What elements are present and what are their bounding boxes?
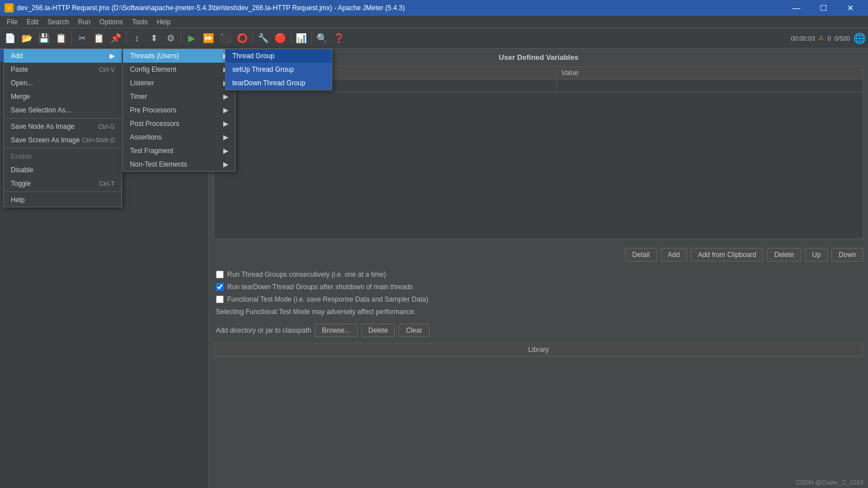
title-bar-left: ⚡ dev_266.la-HTTP Request.jmx (D:\Softwa… [5,3,405,12]
setup-thread-group-item[interactable]: setUp Thread Group [225,63,332,76]
ctx-save-screen[interactable]: Save Screen As Image Ctrl+Shift-G [4,133,121,147]
ctx-enable: Enable [4,150,121,163]
minimize-button[interactable]: — [783,0,809,16]
template-button[interactable]: 📊 [293,30,309,46]
ctx-disable[interactable]: Disable [4,163,121,177]
submenu-add: Threads (Users) ▶ Config Element ▶ Liste… [123,49,236,172]
remote-start-button[interactable]: 🔧 [255,30,271,46]
search-button[interactable]: 🔍 [314,30,330,46]
add-button[interactable]: Add [661,248,687,262]
remote-stop-button[interactable]: 🛑 [272,30,288,46]
shutdown-button[interactable]: ⭕ [235,30,250,46]
submenu-config-element[interactable]: Config Element ▶ [123,63,235,76]
start-button[interactable]: ▶ [184,30,199,46]
ctx-toggle[interactable]: Toggle Ctrl-T [4,177,121,190]
up-button[interactable]: Up [805,248,828,262]
ctx-paste-label: Paste [11,66,28,73]
close-button[interactable]: ✕ [837,0,863,16]
checkbox-functional-input[interactable] [216,295,224,303]
ctx-save-node[interactable]: Save Node As Image Ctrl-G [4,120,121,133]
table-cell-value [557,80,863,92]
app-icon: ⚡ [5,3,14,12]
clear-button[interactable]: Clear [398,324,429,337]
thread-group-item[interactable]: Thread Group [225,49,332,63]
watermark: CSDN @Coder_C_1024 [796,479,863,486]
checkbox-teardown-label: Run tearDown Thread Groups after shutdow… [227,283,413,291]
submenu-assertions[interactable]: Assertions ▶ [123,130,235,144]
maximize-button[interactable]: ☐ [810,0,836,16]
ctx-save-selection[interactable]: Save Selection As... [4,103,121,117]
add-from-clipboard-button[interactable]: Add from Clipboard [691,248,763,262]
browse-button[interactable]: Browse... [315,324,358,337]
ctx-paste-shortcut: Ctrl-V [99,66,115,73]
checkbox-consecutive: Run Thread Groups consecutively (i.e. on… [216,271,861,278]
ctx-merge-label: Merge [11,93,30,101]
ctx-paste[interactable]: Paste Ctrl-V [4,63,121,76]
start-no-pause-button[interactable]: ⏩ [201,30,216,46]
checkbox-functional-label: Functional Test Mode (i.e. save Response… [227,295,428,303]
toolbar-right: 00:00:03 ⚠ 0 0/500 🌐 [791,32,866,45]
submenu-threads-item[interactable]: Threads (Users) ▶ [123,49,235,63]
content-panel: User Defined Variables Name: Value [209,49,868,488]
window-title: dev_266.la-HTTP Request.jmx (D:\Software… [17,4,405,12]
ctx-open[interactable]: Open... [4,76,121,90]
stop-button[interactable]: ⬛ [218,30,233,46]
context-menu: Add ▶ Paste Ctrl-V Open... Merge Save Se… [3,49,122,207]
thread-group-label: Thread Group [232,52,275,60]
checkbox-teardown-input[interactable] [216,283,224,291]
down-button[interactable]: Down [831,248,863,262]
submenu-test-fragment[interactable]: Test Fragment ▶ [123,144,235,158]
ctx-open-label: Open... [11,79,33,87]
help-button[interactable]: ❓ [331,30,347,46]
detail-button[interactable]: Detail [625,248,657,262]
submenu-post-processors[interactable]: Post Processors ▶ [123,117,235,130]
warning-count: 0 [827,35,831,42]
checkbox-consecutive-input[interactable] [216,271,224,278]
open-button[interactable]: 📂 [19,30,35,46]
menu-bar: File Edit Search Run Options Tools Help [0,16,868,28]
window-controls: — ☐ ✕ [783,0,863,16]
menu-help[interactable]: Help [152,17,175,27]
cut-button[interactable]: ✂ [74,30,90,46]
settings-button[interactable]: ⚙ [163,30,179,46]
toolbar-sep-3 [181,32,181,45]
menu-run[interactable]: Run [73,17,95,27]
submenu-listener[interactable]: Listener ▶ [123,76,235,90]
save-as-button[interactable]: 📋 [53,30,69,46]
save-button[interactable]: 💾 [36,30,52,46]
menu-options[interactable]: Options [95,17,127,27]
ctx-add[interactable]: Add ▶ [4,49,121,63]
expand-button[interactable]: ↕ [129,30,145,46]
copy-button[interactable]: 📋 [91,30,107,46]
submenu-test-fragment-label: Test Fragment [130,147,173,155]
ctx-add-label: Add [11,52,23,60]
ctx-save-selection-label: Save Selection As... [11,106,71,114]
table-empty-area [214,92,863,239]
submenu-assertions-label: Assertions [130,133,162,141]
submenu-pre-processors[interactable]: Pre Processors ▶ [123,103,235,117]
warning-icon: ⚠ [818,34,824,42]
submenu-non-test[interactable]: Non-Test Elements ▶ [123,158,235,171]
submenu-thread-types: Thread Group setUp Thread Group tearDown… [225,49,332,90]
submenu-timer[interactable]: Timer ▶ [123,90,235,103]
menu-edit[interactable]: Edit [22,17,43,27]
toolbar-sep-1 [71,32,72,45]
submenu-non-test-arrow: ▶ [223,160,228,168]
toolbar: 📄 📂 💾 📋 ✂ 📋 📌 ↕ ⬍ ⚙ ▶ ⏩ ⬛ ⭕ 🔧 🛑 📊 🔍 ❓ 00… [0,28,868,49]
action-buttons-row: Detail Add Add from Clipboard Delete Up … [209,243,868,266]
ctx-sep-2 [4,148,121,149]
paste-button[interactable]: 📌 [108,30,124,46]
options-section: Run Thread Groups consecutively (i.e. on… [209,266,868,320]
toolbar-sep-4 [253,32,253,45]
classpath-delete-button[interactable]: Delete [361,324,396,337]
menu-search[interactable]: Search [43,17,73,27]
ctx-merge[interactable]: Merge [4,90,121,103]
menu-tools[interactable]: Tools [127,17,152,27]
teardown-thread-group-item[interactable]: tearDown Thread Group [225,76,332,90]
delete-button[interactable]: Delete [767,248,801,262]
toolbar-sep-6 [311,32,312,45]
collapse-button[interactable]: ⬍ [146,30,162,46]
ctx-help[interactable]: Help [4,193,121,207]
new-button[interactable]: 📄 [2,30,18,46]
menu-file[interactable]: File [2,17,22,27]
